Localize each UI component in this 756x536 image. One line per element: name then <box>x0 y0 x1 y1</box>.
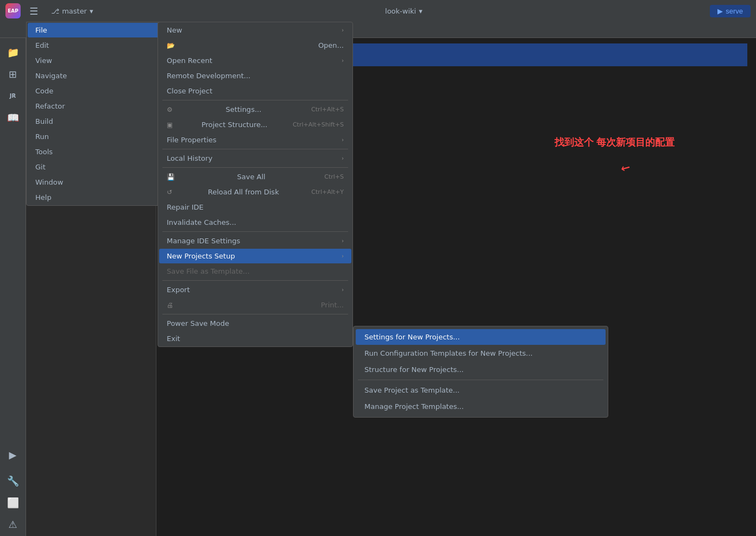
menu-label-code: Code <box>35 87 53 95</box>
separator-2 <box>162 149 348 149</box>
menu-label-help: Help <box>35 193 52 201</box>
project-title[interactable]: look-wiki ▾ <box>103 7 705 15</box>
hamburger-menu[interactable]: ☰ <box>26 4 41 18</box>
np-structure-new-projects[interactable]: Structure for New Projects... <box>356 362 606 377</box>
separator-6 <box>162 314 348 314</box>
submenu-label-settings: Settings... <box>226 105 262 113</box>
sidebar-book-icon[interactable]: 📖 <box>3 108 23 127</box>
run-button[interactable]: ▶ serve <box>710 5 751 17</box>
np-separator-1 <box>358 380 603 380</box>
folder-open-icon: 📂 <box>167 42 175 49</box>
run-icon: ▶ <box>717 7 723 15</box>
submenu-label-close-project: Close Project <box>167 87 212 95</box>
submenu-label-new-projects: New Projects Setup <box>167 252 235 260</box>
submenu-arrow-file-props: › <box>342 137 344 143</box>
np-label-run-config: Run Configuration Templates for New Proj… <box>364 349 533 357</box>
submenu-power-save[interactable]: Power Save Mode <box>159 316 351 331</box>
submenu-settings[interactable]: ⚙ Settings... Ctrl+Alt+S <box>159 102 351 117</box>
save-icon: 💾 <box>167 173 175 181</box>
menu-label-build: Build <box>35 117 53 125</box>
sidebar-plugins-icon[interactable]: ⊞ <box>3 64 23 84</box>
submenu-exit[interactable]: Exit <box>159 331 351 346</box>
separator-3 <box>162 167 348 168</box>
submenu-label-remote-dev: Remote Development... <box>167 72 250 80</box>
submenu-invalidate-caches[interactable]: Invalidate Caches... <box>159 215 351 230</box>
submenu-close-project[interactable]: Close Project <box>159 84 351 98</box>
menu-label-refactor: Refactor <box>35 102 65 110</box>
submenu-reload-disk[interactable]: ↺ Reload All from Disk Ctrl+Alt+Y <box>159 185 351 199</box>
submenu-open[interactable]: 📂 Open... <box>159 38 351 53</box>
branch-icon: ⎇ <box>51 7 59 15</box>
np-save-project-template[interactable]: Save Project as Template... <box>356 382 606 398</box>
file-submenu: New › 📂 Open... Open Recent › Remote Dev… <box>158 22 353 347</box>
run-label: serve <box>726 7 743 15</box>
sidebar-window-icon[interactable]: ⬜ <box>3 493 23 512</box>
submenu-arrow-new: › <box>342 27 344 33</box>
menu-label-navigate: Navigate <box>35 72 67 80</box>
menu-label-run: Run <box>35 133 49 141</box>
submenu-label-open: Open... <box>318 41 344 49</box>
submenu-arrow-export: › <box>342 287 344 293</box>
submenu-label-file-properties: File Properties <box>167 136 217 144</box>
submenu-label-open-recent: Open Recent <box>167 56 212 65</box>
np-label-save-project-template: Save Project as Template... <box>364 386 459 394</box>
submenu-file-properties[interactable]: File Properties › <box>159 133 351 147</box>
np-label-settings: Settings for New Projects... <box>364 333 460 341</box>
new-projects-submenu: Settings for New Projects... Run Configu… <box>353 326 608 418</box>
submenu-label-invalidate-caches: Invalidate Caches... <box>167 218 236 226</box>
menu-label-file: File <box>35 26 47 34</box>
submenu-local-history[interactable]: Local History › <box>159 151 351 166</box>
submenu-arrow-manage-ide: › <box>342 238 344 244</box>
menu-label-git: Git <box>35 163 46 171</box>
sidebar-jr-icon[interactable]: JR <box>3 86 23 105</box>
submenu-arrow-new-projects: › <box>342 253 344 259</box>
branch-selector[interactable]: ⎇ master ▾ <box>47 6 97 16</box>
submenu-label-power-save: Power Save Mode <box>167 319 229 327</box>
print-icon: 🖨 <box>167 301 173 309</box>
shortcut-reload-disk: Ctrl+Alt+Y <box>311 188 344 196</box>
submenu-new[interactable]: New › <box>159 23 351 37</box>
shortcut-save-all: Ctrl+S <box>324 173 344 180</box>
submenu-repair-ide[interactable]: Repair IDE <box>159 200 351 215</box>
submenu-export[interactable]: Export › <box>159 282 351 297</box>
submenu-save-all[interactable]: 💾 Save All Ctrl+S <box>159 169 351 184</box>
submenu-label-reload-disk: Reload All from Disk <box>208 188 279 196</box>
submenu-save-template: Save File as Template... <box>159 264 351 279</box>
submenu-label-print: Print... <box>321 301 344 309</box>
shortcut-project-structure: Ctrl+Alt+Shift+S <box>293 121 344 128</box>
submenu-open-recent[interactable]: Open Recent › <box>159 53 351 68</box>
sidebar-folder-icon[interactable]: 📁 <box>3 42 23 62</box>
np-label-structure: Structure for New Projects... <box>364 365 464 374</box>
menu-label-tools: Tools <box>35 148 53 156</box>
separator-1 <box>162 100 348 100</box>
np-settings-new-projects[interactable]: Settings for New Projects... <box>356 329 606 345</box>
project-name: look-wiki <box>385 7 416 15</box>
project-dropdown-icon: ▾ <box>419 7 423 15</box>
separator-4 <box>162 231 348 232</box>
sidebar-warning-icon[interactable]: ⚠ <box>3 514 23 534</box>
np-run-config-templates[interactable]: Run Configuration Templates for New Proj… <box>356 345 606 361</box>
shortcut-settings: Ctrl+Alt+S <box>311 106 344 113</box>
separator-5 <box>162 280 348 281</box>
settings-icon: ⚙ <box>167 106 173 113</box>
app-logo: EAP <box>5 3 21 18</box>
sidebar-play-icon[interactable]: ▶ <box>3 445 23 464</box>
branch-arrow-icon: ▾ <box>90 7 93 15</box>
submenu-project-structure[interactable]: ▣ Project Structure... Ctrl+Alt+Shift+S <box>159 117 351 132</box>
submenu-label-local-history: Local History <box>167 154 212 162</box>
submenu-new-projects-setup[interactable]: New Projects Setup › <box>159 249 351 263</box>
annotation-arrow-icon: ↙ <box>618 156 635 177</box>
sidebar-tools-icon[interactable]: 🔧 <box>3 471 23 490</box>
menu-label-view: View <box>35 56 52 65</box>
submenu-label-save-template: Save File as Template... <box>167 267 250 275</box>
np-label-manage-project-templates: Manage Project Templates... <box>364 402 464 411</box>
submenu-label-save-all: Save All <box>237 173 266 181</box>
submenu-label-repair-ide: Repair IDE <box>167 203 204 211</box>
reload-icon: ↺ <box>167 188 172 196</box>
submenu-label-exit: Exit <box>167 335 180 343</box>
submenu-manage-ide-settings[interactable]: Manage IDE Settings › <box>159 234 351 248</box>
top-bar: EAP ☰ ⎇ master ▾ look-wiki ▾ ▶ serve <box>0 0 756 22</box>
submenu-arrow-recent: › <box>342 58 344 64</box>
submenu-remote-dev[interactable]: Remote Development... <box>159 68 351 83</box>
np-manage-project-templates[interactable]: Manage Project Templates... <box>356 399 606 414</box>
